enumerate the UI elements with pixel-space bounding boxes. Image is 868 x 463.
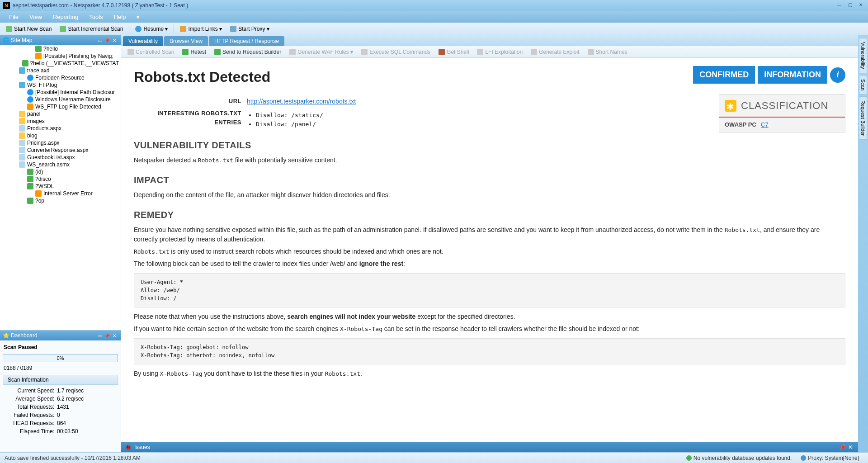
globe-icon — [6, 26, 12, 32]
remedy-p3: The following block can be used to tell … — [134, 259, 845, 269]
tree-item[interactable]: [Possible] Internal Path Disclosur — [0, 89, 121, 96]
generate-exploit-button[interactable]: Generate Exploit — [527, 48, 583, 56]
report-url-link[interactable]: http://aspnet.testsparker.com/robots.txt — [247, 98, 356, 105]
globe-icon: 🌐 — [3, 37, 9, 43]
maximize-button[interactable]: ▢ — [845, 2, 854, 9]
arrow-icon — [27, 176, 33, 182]
generate-waf-button[interactable]: Generate WAF Rules ▾ — [286, 48, 357, 56]
import-links-button[interactable]: Import Links ▾ — [176, 25, 226, 33]
close-button[interactable]: ✕ — [856, 2, 865, 9]
main-toolbar: Start New Scan Start Incremental Scan Re… — [0, 23, 868, 35]
panel-pin-button[interactable]: 📌 — [104, 38, 111, 43]
title-host: aspnet.testsparker.com — [13, 2, 69, 9]
retest-button[interactable]: Retest — [179, 48, 210, 56]
tree-item[interactable]: WS_search.asmx — [0, 161, 121, 168]
remedy-p4: Please note that when you use the instru… — [134, 312, 845, 321]
classification-icon — [725, 100, 736, 112]
check-icon — [686, 455, 692, 461]
menu-reporting[interactable]: Reporting — [47, 12, 84, 22]
issues-panel-header[interactable]: 🐞 Issues 📌 ✕ — [121, 442, 858, 452]
folder-icon — [19, 111, 25, 117]
panel-close-button[interactable]: ✕ — [846, 444, 854, 450]
tree-item[interactable]: GuestbookList.aspx — [0, 154, 121, 161]
menu-file[interactable]: File — [4, 12, 24, 22]
start-new-scan-button[interactable]: Start New Scan — [2, 25, 55, 33]
right-tab-vulnerability[interactable]: Vulnerability — [859, 38, 867, 73]
info-icon: i — [830, 67, 845, 83]
tree-item[interactable]: WS_FTP.log — [0, 81, 121, 89]
right-tab-scan[interactable]: Scan — [859, 75, 867, 94]
remedy-p6: By using X-Robots-Tag you don't have to … — [134, 369, 845, 378]
dashboard-header: ⭐ Dashboard ▭ 📌 ✕ — [0, 331, 121, 340]
tree-item[interactable]: ?disco — [0, 175, 121, 183]
proxy-icon — [801, 455, 806, 461]
tree-item[interactable]: [Possible] Phishing by Navig; — [0, 52, 121, 60]
tree-item[interactable]: ?hello — [0, 45, 121, 52]
menu-overflow[interactable]: ▾ — [131, 12, 145, 22]
tab-http-request-response[interactable]: HTTP Request / Response — [209, 36, 284, 46]
scan-info-header[interactable]: Scan Information — [3, 375, 118, 385]
status-autosave: Auto save finished successfully - 10/17/… — [5, 455, 141, 461]
tree-item[interactable]: ConverterResponse.aspx — [0, 146, 121, 154]
get-shell-button[interactable]: Get Shell — [435, 48, 472, 56]
tree-item[interactable]: ?hello (__VIEWSTATE,__VIEWSTAT — [0, 60, 121, 67]
impact-text: Depending on the content of the file, an… — [134, 190, 845, 200]
resume-button[interactable]: Resume ▾ — [132, 25, 171, 33]
menu-help[interactable]: Help — [108, 12, 132, 22]
tree-item[interactable]: (id) — [0, 168, 121, 175]
tab-vulnerability[interactable]: Vulnerability — [123, 36, 163, 46]
stat-value: 864 — [57, 420, 66, 426]
progress-value: 0% — [57, 355, 64, 361]
panel-pin-button[interactable]: 📌 — [104, 333, 111, 338]
stat-row: Average Speed:6.2 req/sec — [3, 395, 118, 403]
remedy-p2: Robots.txt is only used to instruct sear… — [134, 247, 845, 256]
tree-item[interactable]: ?WSDL — [0, 183, 121, 190]
tree-item[interactable]: Pricings.aspx — [0, 139, 121, 146]
tree-item-label: images — [27, 118, 45, 124]
classification-link[interactable]: C7 — [761, 121, 769, 128]
stat-value: 0 — [57, 412, 60, 418]
arrow-icon — [27, 183, 33, 189]
send-request-builder-button[interactable]: Send to Request Builder — [211, 48, 285, 56]
tree-item[interactable]: ?op — [0, 197, 121, 204]
menu-view[interactable]: View — [24, 12, 47, 22]
classification-title: CLASSIFICATION — [741, 98, 828, 113]
panel-float-button[interactable]: ▭ — [96, 333, 104, 338]
tree-item[interactable]: images — [0, 118, 121, 125]
tree-item[interactable]: WS_FTP Log File Detected — [0, 103, 121, 110]
tree-item[interactable]: panel — [0, 110, 121, 118]
panel-close-button[interactable]: ✕ — [111, 38, 118, 43]
arrow-icon — [27, 198, 33, 204]
right-tab-request-builder[interactable]: Request Builder — [859, 96, 867, 140]
stat-row: Current Speed:1.7 req/sec — [3, 387, 118, 395]
tree-item-label: ?hello (__VIEWSTATE,__VIEWSTAT — [30, 60, 119, 66]
tree-item[interactable]: Internal Server Error — [0, 190, 121, 197]
status-proxy: Proxy: System[None] — [808, 455, 859, 461]
right-dock: Vulnerability Scan Request Builder — [858, 35, 868, 452]
panel-pin-button[interactable]: 📌 — [838, 444, 846, 450]
short-names-button[interactable]: Short Names — [584, 48, 631, 56]
flag-icon — [35, 53, 42, 59]
tree-item[interactable]: Windows Username Disclosure — [0, 96, 121, 103]
tree-item-label: ?hello — [43, 46, 58, 52]
tab-browser-view[interactable]: Browser View — [164, 36, 208, 46]
panel-float-button[interactable]: ▭ — [96, 38, 104, 43]
url-label: URL — [134, 97, 247, 106]
execute-sql-button[interactable]: Execute SQL Commands — [358, 48, 434, 56]
tree-item[interactable]: Products.aspx — [0, 125, 121, 132]
vulnerability-report[interactable]: Robots.txt Detected CONFIRMED INFORMATIO… — [121, 58, 858, 442]
start-proxy-button[interactable]: Start Proxy ▾ — [226, 25, 273, 33]
tree-item[interactable]: trace.axd — [0, 67, 121, 74]
panel-close-button[interactable]: ✕ — [111, 333, 118, 338]
minimize-button[interactable]: — — [835, 2, 844, 9]
db-icon — [361, 49, 368, 55]
tree-item-label: ConverterResponse.aspx — [27, 147, 88, 153]
target-icon — [127, 49, 134, 55]
controlled-scan-button[interactable]: Controlled Scan — [124, 48, 178, 56]
tree-item[interactable]: Forbidden Resource — [0, 74, 121, 81]
start-incremental-scan-button[interactable]: Start Incremental Scan — [56, 25, 127, 33]
tree-item[interactable]: blog — [0, 132, 121, 139]
menu-tools[interactable]: Tools — [84, 12, 108, 22]
lfi-button[interactable]: LFI Exploitation — [473, 48, 526, 56]
sitemap-tree[interactable]: ?hello[Possible] Phishing by Navig;?hell… — [0, 45, 121, 330]
